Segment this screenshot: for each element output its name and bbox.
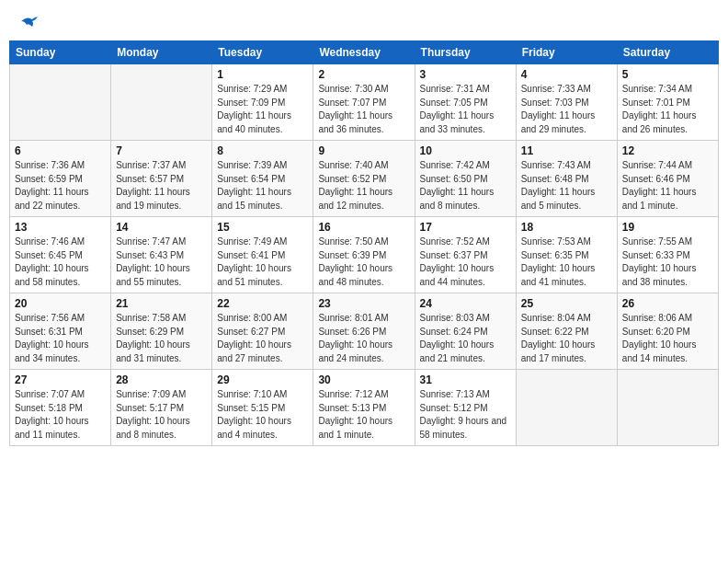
day-info: Sunrise: 7:43 AMSunset: 6:48 PMDaylight:… bbox=[521, 159, 612, 213]
calendar-cell: 13Sunrise: 7:46 AMSunset: 6:45 PMDayligh… bbox=[10, 217, 111, 293]
day-number: 25 bbox=[521, 297, 612, 310]
calendar-cell: 29Sunrise: 7:10 AMSunset: 5:15 PMDayligh… bbox=[212, 370, 313, 446]
day-info: Sunrise: 7:39 AMSunset: 6:54 PMDaylight:… bbox=[217, 159, 308, 213]
day-number: 7 bbox=[116, 144, 207, 157]
calendar-cell: 7Sunrise: 7:37 AMSunset: 6:57 PMDaylight… bbox=[111, 141, 212, 217]
calendar-cell: 6Sunrise: 7:36 AMSunset: 6:59 PMDaylight… bbox=[10, 141, 111, 217]
calendar-cell: 25Sunrise: 8:04 AMSunset: 6:22 PMDayligh… bbox=[516, 293, 617, 370]
calendar-cell: 31Sunrise: 7:13 AMSunset: 5:12 PMDayligh… bbox=[415, 370, 516, 446]
calendar-week-row: 6Sunrise: 7:36 AMSunset: 6:59 PMDaylight… bbox=[10, 141, 719, 217]
day-number: 19 bbox=[622, 221, 713, 234]
day-number: 14 bbox=[116, 221, 207, 234]
calendar-cell: 15Sunrise: 7:49 AMSunset: 6:41 PMDayligh… bbox=[212, 217, 313, 293]
day-info: Sunrise: 8:03 AMSunset: 6:24 PMDaylight:… bbox=[420, 312, 511, 365]
calendar-cell bbox=[111, 64, 212, 141]
day-info: Sunrise: 7:37 AMSunset: 6:57 PMDaylight:… bbox=[116, 159, 207, 213]
calendar-cell bbox=[617, 370, 718, 446]
day-info: Sunrise: 7:53 AMSunset: 6:35 PMDaylight:… bbox=[521, 236, 612, 289]
calendar-cell: 22Sunrise: 8:00 AMSunset: 6:27 PMDayligh… bbox=[212, 293, 313, 370]
calendar-cell: 21Sunrise: 7:58 AMSunset: 6:29 PMDayligh… bbox=[111, 293, 212, 370]
day-number: 22 bbox=[217, 297, 308, 310]
day-info: Sunrise: 7:55 AMSunset: 6:33 PMDaylight:… bbox=[622, 236, 713, 289]
weekday-header: Sunday bbox=[10, 41, 111, 64]
day-info: Sunrise: 7:10 AMSunset: 5:15 PMDaylight:… bbox=[217, 388, 308, 442]
day-number: 6 bbox=[15, 144, 106, 157]
day-info: Sunrise: 7:56 AMSunset: 6:31 PMDaylight:… bbox=[15, 312, 106, 365]
day-info: Sunrise: 7:34 AMSunset: 7:01 PMDaylight:… bbox=[622, 83, 713, 136]
day-info: Sunrise: 7:58 AMSunset: 6:29 PMDaylight:… bbox=[116, 312, 207, 365]
calendar-cell bbox=[10, 64, 111, 141]
calendar-cell: 2Sunrise: 7:30 AMSunset: 7:07 PMDaylight… bbox=[313, 64, 415, 141]
day-info: Sunrise: 7:44 AMSunset: 6:46 PMDaylight:… bbox=[622, 159, 713, 213]
day-info: Sunrise: 7:36 AMSunset: 6:59 PMDaylight:… bbox=[15, 159, 106, 213]
calendar-cell bbox=[516, 370, 617, 446]
calendar-cell: 24Sunrise: 8:03 AMSunset: 6:24 PMDayligh… bbox=[415, 293, 516, 370]
weekday-header: Monday bbox=[111, 41, 212, 64]
day-info: Sunrise: 7:33 AMSunset: 7:03 PMDaylight:… bbox=[521, 83, 612, 136]
calendar-cell: 4Sunrise: 7:33 AMSunset: 7:03 PMDaylight… bbox=[516, 64, 617, 141]
weekday-header: Friday bbox=[516, 41, 617, 64]
day-info: Sunrise: 7:52 AMSunset: 6:37 PMDaylight:… bbox=[420, 236, 511, 289]
day-info: Sunrise: 7:40 AMSunset: 6:52 PMDaylight:… bbox=[318, 159, 409, 213]
calendar-week-row: 27Sunrise: 7:07 AMSunset: 5:18 PMDayligh… bbox=[10, 370, 719, 446]
day-number: 18 bbox=[521, 221, 612, 234]
day-info: Sunrise: 7:42 AMSunset: 6:50 PMDaylight:… bbox=[420, 159, 511, 213]
calendar-cell: 12Sunrise: 7:44 AMSunset: 6:46 PMDayligh… bbox=[617, 141, 718, 217]
day-number: 3 bbox=[420, 68, 511, 81]
calendar-cell: 3Sunrise: 7:31 AMSunset: 7:05 PMDaylight… bbox=[415, 64, 516, 141]
day-number: 24 bbox=[420, 297, 511, 310]
day-info: Sunrise: 7:09 AMSunset: 5:17 PMDaylight:… bbox=[116, 388, 207, 442]
calendar-cell: 20Sunrise: 7:56 AMSunset: 6:31 PMDayligh… bbox=[10, 293, 111, 370]
calendar-week-row: 13Sunrise: 7:46 AMSunset: 6:45 PMDayligh… bbox=[10, 217, 719, 293]
day-number: 9 bbox=[318, 144, 409, 157]
day-info: Sunrise: 7:30 AMSunset: 7:07 PMDaylight:… bbox=[318, 83, 409, 136]
day-info: Sunrise: 7:12 AMSunset: 5:13 PMDaylight:… bbox=[318, 388, 409, 442]
day-number: 26 bbox=[622, 297, 713, 310]
calendar-cell: 14Sunrise: 7:47 AMSunset: 6:43 PMDayligh… bbox=[111, 217, 212, 293]
day-number: 5 bbox=[622, 68, 713, 81]
day-number: 30 bbox=[318, 373, 409, 386]
day-number: 8 bbox=[217, 144, 308, 157]
day-number: 16 bbox=[318, 221, 409, 234]
calendar-table: SundayMondayTuesdayWednesdayThursdayFrid… bbox=[9, 40, 719, 446]
calendar-cell: 23Sunrise: 8:01 AMSunset: 6:26 PMDayligh… bbox=[313, 293, 415, 370]
calendar-cell: 26Sunrise: 8:06 AMSunset: 6:20 PMDayligh… bbox=[617, 293, 718, 370]
day-number: 20 bbox=[15, 297, 106, 310]
day-info: Sunrise: 7:47 AMSunset: 6:43 PMDaylight:… bbox=[116, 236, 207, 289]
day-info: Sunrise: 7:31 AMSunset: 7:05 PMDaylight:… bbox=[420, 83, 511, 136]
day-info: Sunrise: 8:00 AMSunset: 6:27 PMDaylight:… bbox=[217, 312, 308, 365]
day-info: Sunrise: 7:07 AMSunset: 5:18 PMDaylight:… bbox=[15, 388, 106, 442]
weekday-header: Tuesday bbox=[212, 41, 313, 64]
day-number: 29 bbox=[217, 373, 308, 386]
calendar-cell: 10Sunrise: 7:42 AMSunset: 6:50 PMDayligh… bbox=[415, 141, 516, 217]
day-number: 15 bbox=[217, 221, 308, 234]
day-number: 28 bbox=[116, 373, 207, 386]
day-number: 23 bbox=[318, 297, 409, 310]
day-number: 17 bbox=[420, 221, 511, 234]
day-number: 31 bbox=[420, 373, 511, 386]
day-number: 1 bbox=[217, 68, 308, 81]
calendar-cell: 27Sunrise: 7:07 AMSunset: 5:18 PMDayligh… bbox=[10, 370, 111, 446]
calendar-cell: 5Sunrise: 7:34 AMSunset: 7:01 PMDaylight… bbox=[617, 64, 718, 141]
day-number: 10 bbox=[420, 144, 511, 157]
day-number: 27 bbox=[15, 373, 106, 386]
weekday-header: Thursday bbox=[415, 41, 516, 64]
calendar-cell: 28Sunrise: 7:09 AMSunset: 5:17 PMDayligh… bbox=[111, 370, 212, 446]
day-number: 2 bbox=[318, 68, 409, 81]
day-info: Sunrise: 7:46 AMSunset: 6:45 PMDaylight:… bbox=[15, 236, 106, 289]
calendar-week-row: 1Sunrise: 7:29 AMSunset: 7:09 PMDaylight… bbox=[10, 64, 719, 141]
calendar-week-row: 20Sunrise: 7:56 AMSunset: 6:31 PMDayligh… bbox=[10, 293, 719, 370]
weekday-header: Wednesday bbox=[313, 41, 415, 64]
day-info: Sunrise: 8:06 AMSunset: 6:20 PMDaylight:… bbox=[622, 312, 713, 365]
calendar-cell: 16Sunrise: 7:50 AMSunset: 6:39 PMDayligh… bbox=[313, 217, 415, 293]
logo-bird-icon bbox=[19, 14, 40, 30]
day-number: 13 bbox=[15, 221, 106, 234]
calendar-cell: 30Sunrise: 7:12 AMSunset: 5:13 PMDayligh… bbox=[313, 370, 415, 446]
logo bbox=[18, 14, 40, 27]
page-header bbox=[9, 9, 719, 31]
calendar-cell: 1Sunrise: 7:29 AMSunset: 7:09 PMDaylight… bbox=[212, 64, 313, 141]
calendar-cell: 19Sunrise: 7:55 AMSunset: 6:33 PMDayligh… bbox=[617, 217, 718, 293]
calendar-cell: 17Sunrise: 7:52 AMSunset: 6:37 PMDayligh… bbox=[415, 217, 516, 293]
calendar-cell: 11Sunrise: 7:43 AMSunset: 6:48 PMDayligh… bbox=[516, 141, 617, 217]
day-number: 11 bbox=[521, 144, 612, 157]
